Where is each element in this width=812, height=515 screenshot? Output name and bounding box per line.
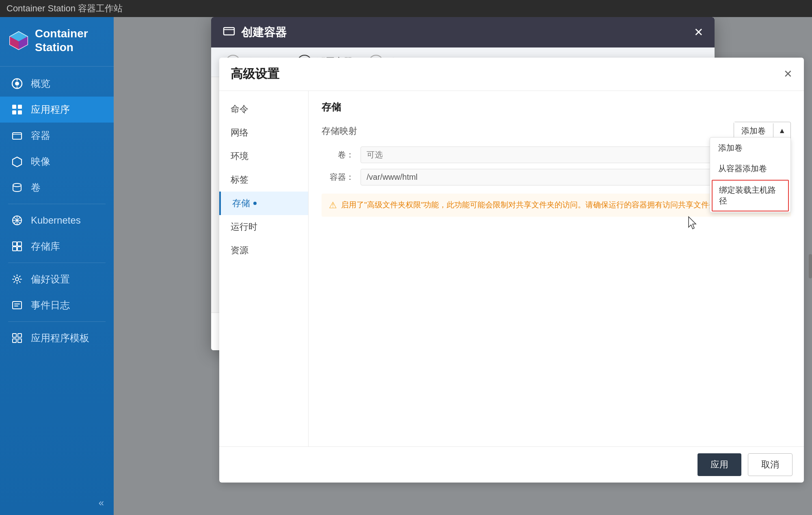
- registry-icon: [10, 239, 24, 254]
- advanced-nav: 命令 网络 环境 标签 存储: [219, 91, 309, 446]
- nav-environment-label: 环境: [231, 150, 248, 162]
- dropdown-add-volume[interactable]: 添加卷: [710, 138, 790, 158]
- storage-dot: [253, 202, 257, 205]
- sidebar-item-preferences[interactable]: 偏好设置: [0, 266, 114, 292]
- main-content: 创建容器 ✕ 1 选择映像: [114, 17, 812, 515]
- sidebar-item-events[interactable]: 事件日志: [0, 292, 114, 318]
- applications-icon: [10, 102, 24, 117]
- sidebar: Container Station 概览 应用程序: [0, 17, 114, 515]
- sidebar-item-label: 卷: [31, 181, 41, 194]
- svg-rect-9: [18, 105, 22, 109]
- nav-storage-label: 存储: [232, 197, 250, 209]
- sidebar-item-templates[interactable]: 应用程序模板: [0, 325, 114, 351]
- sidebar-item-overview[interactable]: 概览: [0, 71, 114, 97]
- sidebar-footer: «: [0, 491, 114, 515]
- storage-title: 存储: [322, 101, 791, 114]
- advanced-body: 命令 网络 环境 标签 存储: [219, 91, 804, 446]
- volumes-icon: [10, 180, 24, 195]
- advanced-title: 高级设置: [231, 66, 279, 82]
- sidebar-item-label: Kubernetes: [31, 215, 81, 226]
- sidebar-item-label: 概览: [31, 77, 50, 90]
- sidebar-header: Container Station: [0, 17, 114, 67]
- svg-rect-16: [13, 242, 17, 246]
- nav-item-storage[interactable]: 存储: [219, 192, 308, 215]
- add-volume-arrow-button[interactable]: ▲: [773, 123, 790, 138]
- nav-item-labels[interactable]: 标签: [219, 168, 308, 192]
- collapse-button[interactable]: «: [99, 497, 104, 509]
- svg-rect-12: [13, 133, 22, 139]
- svg-rect-11: [18, 110, 22, 114]
- svg-rect-21: [13, 302, 22, 309]
- dropdown-bind-mount[interactable]: 绑定装载主机路径: [712, 180, 789, 211]
- svg-rect-25: [18, 339, 22, 343]
- modal-title: 创建容器: [222, 24, 287, 40]
- modal-overlay: 创建容器 ✕ 1 选择映像: [114, 17, 812, 515]
- nav-network-label: 网络: [231, 127, 248, 139]
- container-icon: [222, 24, 235, 40]
- svg-rect-10: [12, 110, 16, 114]
- svg-rect-26: [224, 28, 234, 35]
- arrow-icon: ▲: [778, 127, 786, 135]
- nav-item-command[interactable]: 命令: [219, 97, 308, 121]
- dropdown-menu: 添加卷 从容器添加卷 绑定装载主机路径: [710, 137, 791, 213]
- templates-icon: [10, 331, 24, 345]
- sidebar-item-images[interactable]: 映像: [0, 149, 114, 175]
- svg-rect-8: [12, 105, 16, 109]
- nav-item-network[interactable]: 网络: [219, 121, 308, 144]
- sidebar-item-applications[interactable]: 应用程序: [0, 97, 114, 123]
- svg-rect-22: [13, 334, 16, 337]
- cursor: [687, 216, 698, 232]
- kubernetes-icon: [10, 213, 24, 228]
- svg-rect-24: [13, 339, 16, 343]
- svg-point-20: [15, 278, 19, 281]
- warning-text: 启用了"高级文件夹权限"功能，此功能可能会限制对共享文件夹的访问。请确保运行的容…: [341, 199, 763, 211]
- svg-rect-23: [18, 334, 22, 337]
- sidebar-item-label: 映像: [31, 155, 50, 168]
- sidebar-nav: 概览 应用程序 容器 映像: [0, 67, 114, 491]
- sidebar-item-label: 容器: [31, 129, 50, 142]
- add-volume-container: 添加卷 ▲ 添加卷 从容器添加卷 绑: [734, 122, 791, 140]
- storage-mapping-label: 存储映射: [322, 125, 357, 137]
- app-layout: Container Station 概览 应用程序: [0, 17, 812, 515]
- nav-item-resources[interactable]: 资源: [219, 239, 308, 262]
- sidebar-item-volumes[interactable]: 卷: [0, 175, 114, 200]
- advanced-cancel-button[interactable]: 取消: [748, 453, 793, 476]
- advanced-settings-modal: 高级设置 ✕ 命令 网络: [219, 58, 804, 483]
- sidebar-item-containers[interactable]: 容器: [0, 123, 114, 149]
- sidebar-item-registry[interactable]: 存储库: [0, 233, 114, 259]
- sidebar-item-label: 应用程序模板: [31, 332, 89, 345]
- svg-point-14: [13, 183, 21, 187]
- svg-rect-17: [17, 242, 22, 246]
- container-label: 容器：: [322, 172, 354, 183]
- warning-icon: ⚠: [329, 200, 337, 211]
- sidebar-item-kubernetes[interactable]: Kubernetes: [0, 207, 114, 233]
- nav-runtime-label: 运行时: [231, 221, 257, 233]
- advanced-close-button[interactable]: ✕: [784, 68, 793, 80]
- nav-resources-label: 资源: [231, 244, 248, 256]
- nav-item-runtime[interactable]: 运行时: [219, 215, 308, 239]
- storage-mapping-row: 存储映射 添加卷 ▲: [322, 122, 791, 140]
- modal-close-button[interactable]: ✕: [694, 27, 703, 38]
- volume-label: 卷：: [322, 149, 354, 160]
- svg-rect-18: [13, 247, 17, 251]
- dropdown-add-from-container[interactable]: 从容器添加卷: [710, 158, 790, 179]
- overview-icon: [10, 76, 24, 91]
- storage-content: 存储 存储映射 添加卷 ▲: [309, 91, 804, 446]
- svg-rect-19: [17, 247, 22, 251]
- title-bar: Container Station 容器工作站: [0, 0, 812, 17]
- sidebar-item-label: 应用程序: [31, 103, 70, 116]
- advanced-header: 高级设置 ✕: [219, 58, 804, 91]
- app-logo: [8, 30, 29, 51]
- advanced-footer: 应用 取消: [219, 446, 804, 483]
- sidebar-item-label: 存储库: [31, 240, 60, 253]
- images-icon: [10, 154, 24, 169]
- sidebar-item-label: 偏好设置: [31, 273, 70, 286]
- containers-icon: [10, 128, 24, 143]
- apply-button[interactable]: 应用: [698, 453, 741, 476]
- svg-point-5: [15, 82, 19, 86]
- sidebar-app-name: Container Station: [35, 27, 106, 54]
- events-icon: [10, 298, 24, 312]
- svg-marker-13: [13, 157, 22, 167]
- nav-item-environment[interactable]: 环境: [219, 144, 308, 168]
- sidebar-item-label: 事件日志: [31, 299, 70, 312]
